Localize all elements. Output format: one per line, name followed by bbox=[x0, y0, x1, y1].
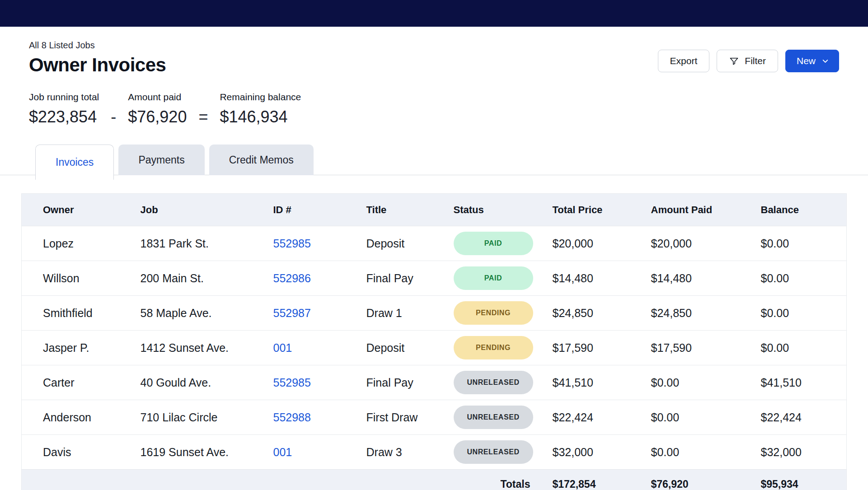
job-cell: 200 Main St. bbox=[119, 261, 252, 296]
tab-payments[interactable]: Payments bbox=[118, 145, 204, 175]
id-cell: 552987 bbox=[252, 296, 345, 331]
amount-paid-cell: $20,000 bbox=[630, 226, 740, 261]
new-button-label: New bbox=[797, 56, 816, 66]
column-header-amount-paid: Amount Paid bbox=[630, 194, 740, 226]
column-header-total-price: Total Price bbox=[531, 194, 630, 226]
total-price-cell: $24,850 bbox=[531, 296, 630, 331]
column-header-title: Title bbox=[345, 194, 432, 226]
column-header-balance: Balance bbox=[740, 194, 847, 226]
filter-button-label: Filter bbox=[745, 56, 766, 66]
total-price-cell: $32,000 bbox=[531, 435, 630, 470]
amount-paid-cell: $17,590 bbox=[630, 331, 740, 365]
invoice-id-link[interactable]: 552987 bbox=[273, 307, 311, 319]
spacer bbox=[345, 470, 432, 490]
status-badge: PENDING bbox=[454, 336, 533, 359]
status-cell: PENDING bbox=[432, 331, 531, 365]
chevron-down-icon bbox=[821, 57, 830, 65]
totals-amount-paid: $76,920 bbox=[630, 470, 740, 490]
amount-paid-cell: $0.00 bbox=[630, 435, 740, 470]
summary-job-running-total: Job running total $223,854 bbox=[29, 91, 99, 126]
column-header-job: Job bbox=[119, 194, 252, 226]
title-cell: Draw 3 bbox=[345, 435, 432, 470]
tab-bar: InvoicesPaymentsCredit Memos bbox=[0, 145, 868, 180]
title-cell: Final Pay bbox=[345, 261, 432, 296]
total-price-cell: $41,510 bbox=[531, 365, 630, 400]
owner-cell: Davis bbox=[22, 435, 119, 470]
table-header-row: OwnerJobID #TitleStatusTotal PriceAmount… bbox=[22, 194, 847, 226]
invoice-id-link[interactable]: 001 bbox=[273, 446, 292, 458]
status-badge: UNRELEASED bbox=[454, 371, 533, 394]
table-row: Anderson710 Lilac Circle552988First Draw… bbox=[22, 400, 847, 435]
id-cell: 001 bbox=[252, 435, 345, 470]
balance-cell: $32,000 bbox=[740, 435, 847, 470]
totals-balance: $95,934 bbox=[740, 470, 847, 490]
status-badge: UNRELEASED bbox=[454, 406, 533, 429]
summary-totals: Job running total $223,854 - Amount paid… bbox=[29, 91, 839, 126]
table-body: Lopez1831 Park St.552985DepositPAID$20,0… bbox=[22, 226, 847, 470]
status-badge: UNRELEASED bbox=[454, 440, 533, 464]
invoices-panel: OwnerJobID #TitleStatusTotal PriceAmount… bbox=[0, 180, 868, 490]
table-row: Carter40 Gould Ave.552985Final PayUNRELE… bbox=[22, 365, 847, 400]
spacer bbox=[22, 470, 119, 490]
invoice-id-link[interactable]: 552985 bbox=[273, 237, 311, 250]
owner-cell: Willson bbox=[22, 261, 119, 296]
summary-amount-paid: Amount paid $76,920 bbox=[128, 91, 187, 126]
invoice-id-link[interactable]: 001 bbox=[273, 341, 292, 354]
column-header-status: Status bbox=[432, 194, 531, 226]
column-header-id: ID # bbox=[252, 194, 345, 226]
amount-paid-cell: $0.00 bbox=[630, 400, 740, 435]
total-price-cell: $20,000 bbox=[531, 226, 630, 261]
status-badge: PAID bbox=[454, 232, 533, 255]
summary-label: Remaining balance bbox=[220, 91, 301, 103]
summary-label: Amount paid bbox=[128, 91, 187, 103]
totals-label: Totals bbox=[432, 470, 531, 490]
invoice-id-link[interactable]: 552988 bbox=[273, 411, 311, 424]
export-button-label: Export bbox=[670, 56, 698, 66]
totals-total-price: $172,854 bbox=[531, 470, 630, 490]
job-cell: 1412 Sunset Ave. bbox=[119, 331, 252, 365]
status-badge: PENDING bbox=[454, 301, 533, 325]
job-cell: 1831 Park St. bbox=[119, 226, 252, 261]
new-button[interactable]: New bbox=[785, 50, 839, 72]
balance-cell: $0.00 bbox=[740, 261, 847, 296]
balance-cell: $41,510 bbox=[740, 365, 847, 400]
header-actions: Export Filter New bbox=[658, 50, 839, 72]
amount-paid-cell: $24,850 bbox=[630, 296, 740, 331]
job-cell: 1619 Sunset Ave. bbox=[119, 435, 252, 470]
equals-operator: = bbox=[198, 107, 208, 126]
filter-funnel-icon bbox=[729, 56, 739, 66]
balance-cell: $0.00 bbox=[740, 226, 847, 261]
tab-invoices[interactable]: Invoices bbox=[35, 145, 114, 180]
summary-value: $146,934 bbox=[220, 107, 301, 126]
amount-paid-cell: $14,480 bbox=[630, 261, 740, 296]
export-button[interactable]: Export bbox=[658, 50, 710, 72]
column-header-owner: Owner bbox=[22, 194, 119, 226]
status-cell: UNRELEASED bbox=[432, 365, 531, 400]
owner-cell: Anderson bbox=[22, 400, 119, 435]
total-price-cell: $17,590 bbox=[531, 331, 630, 365]
owner-cell: Carter bbox=[22, 365, 119, 400]
table-totals-row: Totals$172,854$76,920$95,934 bbox=[22, 470, 847, 490]
owner-cell: Jasper P. bbox=[22, 331, 119, 365]
id-cell: 552985 bbox=[252, 226, 345, 261]
spacer bbox=[119, 470, 252, 490]
status-cell: PENDING bbox=[432, 296, 531, 331]
tab-credit-memos[interactable]: Credit Memos bbox=[209, 145, 314, 175]
title-cell: Deposit bbox=[345, 226, 432, 261]
table-row: Lopez1831 Park St.552985DepositPAID$20,0… bbox=[22, 226, 847, 261]
summary-value: $223,854 bbox=[29, 107, 99, 126]
balance-cell: $0.00 bbox=[740, 331, 847, 365]
minus-operator: - bbox=[111, 107, 116, 126]
total-price-cell: $14,480 bbox=[531, 261, 630, 296]
filter-button[interactable]: Filter bbox=[717, 50, 778, 72]
table-row: Jasper P.1412 Sunset Ave.001DepositPENDI… bbox=[22, 331, 847, 365]
id-cell: 001 bbox=[252, 331, 345, 365]
id-cell: 552986 bbox=[252, 261, 345, 296]
invoice-id-link[interactable]: 552985 bbox=[273, 376, 311, 389]
job-cell: 710 Lilac Circle bbox=[119, 400, 252, 435]
invoice-id-link[interactable]: 552986 bbox=[273, 272, 311, 285]
summary-remaining-balance: Remaining balance $146,934 bbox=[220, 91, 301, 126]
status-cell: PAID bbox=[432, 226, 531, 261]
owner-cell: Smithfield bbox=[22, 296, 119, 331]
summary-label: Job running total bbox=[29, 91, 99, 103]
